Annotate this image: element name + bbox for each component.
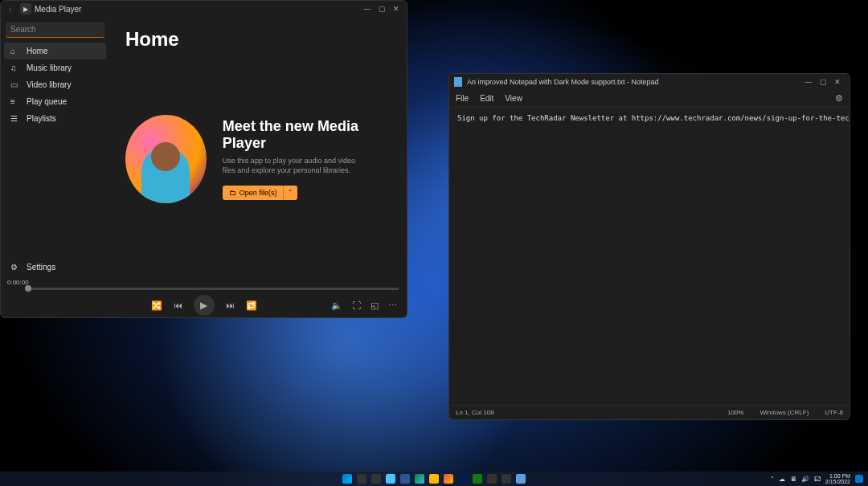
notepad-editor[interactable]: Sign up for the TechRadar Newsletter at … (449, 108, 850, 405)
queue-icon: ≡ (10, 97, 20, 106)
mini-player-button[interactable]: ◱ (371, 300, 379, 311)
menu-file[interactable]: File (456, 94, 469, 103)
play-button[interactable]: ▶ (194, 295, 215, 316)
sidebar-item-label: Play queue (27, 97, 67, 106)
notepad-window: An improved Notepad with Dark Mode suppo… (448, 73, 850, 420)
playback-time: 0:00:00 (6, 279, 402, 286)
volume-button[interactable]: 🔈 (331, 300, 342, 311)
sidebar-item-label: Music library (27, 63, 72, 72)
system-tray: ˄ ☁ 🖥 🔊 🗠 1:00 PM 2/15/2022 (771, 473, 863, 484)
sidebar-item-label: Playlists (27, 114, 56, 123)
taskbar-app-store[interactable] (487, 474, 497, 484)
sidebar-item-label: Home (27, 47, 48, 55)
fullscreen-button[interactable]: ⛶ (352, 300, 361, 311)
media-player-sidebar: ⌂ Home ♫ Music library ▭ Video library ≡… (1, 17, 109, 279)
open-files-dropdown[interactable]: ˅ (283, 186, 297, 200)
gear-icon: ⚙ (10, 263, 20, 272)
taskbar-app-widgets[interactable] (386, 474, 395, 484)
tray-chevron-icon[interactable]: ˄ (771, 476, 774, 483)
sidebar-item-play-queue[interactable]: ≡ Play queue (4, 93, 106, 110)
search-input[interactable] (6, 22, 104, 38)
taskbar-app[interactable] (473, 474, 482, 484)
repeat-button[interactable]: 🔁 (246, 300, 257, 311)
sidebar-item-playlists[interactable]: ☰ Playlists (4, 110, 106, 127)
notepad-menubar: File Edit View ⚙ (449, 90, 850, 108)
task-view-button[interactable] (371, 474, 381, 484)
hero-illustration (125, 115, 207, 203)
taskbar-app-explorer[interactable] (429, 474, 439, 484)
sidebar-item-home[interactable]: ⌂ Home (4, 43, 106, 59)
taskbar-app-media-player[interactable] (502, 474, 511, 484)
notepad-app-icon (454, 77, 462, 87)
encoding: UTF-8 (825, 409, 843, 416)
window-title: An improved Notepad with Dark Mode suppo… (467, 78, 659, 86)
start-button[interactable] (342, 474, 352, 484)
tray-onedrive-icon[interactable]: ☁ (779, 476, 785, 483)
taskbar-clock[interactable]: 1:00 PM 2/15/2022 (825, 473, 850, 484)
tray-volume-icon[interactable]: 🔊 (801, 476, 809, 483)
minimize-button[interactable]: — (360, 5, 375, 13)
tray-network-icon[interactable]: 🖥 (790, 476, 796, 483)
sidebar-item-music-library[interactable]: ♫ Music library (4, 59, 106, 76)
maximize-button[interactable]: ▢ (816, 78, 830, 86)
open-files-button[interactable]: 🗀 Open file(s) ˅ (223, 186, 298, 200)
music-icon: ♫ (10, 63, 20, 72)
hero-description: Use this app to play your audio and vide… (223, 157, 359, 175)
cursor-position: Ln 1, Col 108 (456, 409, 494, 416)
media-player-controls-bar: 0:00:00 🔀 ⏮ ▶ ⏭ 🔁 🔈 ⛶ ◱ ⋯ (1, 279, 407, 317)
notifications-button[interactable] (855, 475, 863, 483)
taskbar-app[interactable] (458, 474, 468, 484)
playlist-icon: ☰ (10, 114, 20, 123)
media-player-titlebar: ‹ ▶ Media Player — ▢ ✕ (1, 1, 407, 17)
gear-icon[interactable]: ⚙ (835, 93, 843, 104)
media-player-app-icon: ▶ (20, 3, 31, 14)
sidebar-item-settings[interactable]: ⚙ Settings (4, 259, 106, 276)
folder-icon: 🗀 (229, 189, 236, 197)
notepad-titlebar: An improved Notepad with Dark Mode suppo… (449, 74, 850, 90)
video-icon: ▭ (10, 80, 20, 89)
line-ending: Windows (CRLF) (760, 409, 809, 416)
sidebar-item-label: Settings (27, 263, 55, 272)
next-button[interactable]: ⏭ (226, 300, 235, 310)
sidebar-item-label: Video library (27, 80, 71, 89)
shuffle-button[interactable]: 🔀 (151, 300, 162, 311)
taskbar-app-notepad[interactable] (516, 474, 526, 484)
notepad-statusbar: Ln 1, Col 108 100% Windows (CRLF) UTF-8 (449, 405, 850, 419)
media-player-window: ‹ ▶ Media Player — ▢ ✕ ⌂ Home ♫ Music li… (0, 0, 407, 318)
menu-edit[interactable]: Edit (480, 94, 493, 103)
close-button[interactable]: ✕ (830, 78, 845, 86)
taskbar-app[interactable] (400, 474, 410, 484)
media-player-main: Home Meet the new Media Player Use this … (109, 17, 407, 279)
menu-view[interactable]: View (505, 94, 522, 103)
welcome-hero: Meet the new Media Player Use this app t… (125, 115, 391, 203)
more-button[interactable]: ⋯ (388, 300, 397, 311)
window-title: Media Player (35, 5, 81, 14)
back-icon[interactable]: ‹ (4, 5, 17, 14)
seek-slider[interactable] (25, 288, 399, 290)
sidebar-item-video-library[interactable]: ▭ Video library (4, 76, 106, 93)
tray-battery-icon[interactable]: 🗠 (814, 476, 821, 483)
taskbar-app[interactable] (444, 474, 453, 484)
previous-button[interactable]: ⏮ (174, 300, 182, 310)
page-title: Home (125, 28, 391, 51)
close-button[interactable]: ✕ (389, 5, 403, 13)
zoom-level: 100% (727, 409, 743, 416)
home-icon: ⌂ (10, 47, 20, 55)
taskbar-app-edge[interactable] (415, 474, 424, 484)
search-button[interactable] (357, 474, 366, 484)
minimize-button[interactable]: — (801, 78, 816, 86)
maximize-button[interactable]: ▢ (375, 5, 389, 13)
hero-title: Meet the new Media Player (223, 118, 391, 152)
taskbar: ˄ ☁ 🖥 🔊 🗠 1:00 PM 2/15/2022 (0, 472, 868, 486)
